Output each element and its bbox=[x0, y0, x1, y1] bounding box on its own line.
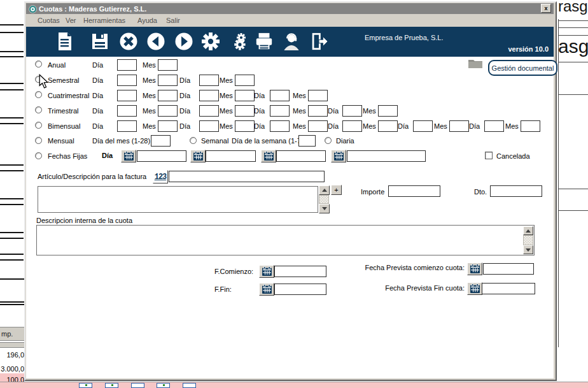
dia-input[interactable] bbox=[199, 75, 219, 86]
mes-input[interactable] bbox=[308, 105, 328, 117]
mes-input[interactable] bbox=[308, 90, 328, 101]
fecha-prevista-comienzo-calendar-button[interactable] bbox=[467, 262, 482, 275]
mes-input[interactable] bbox=[235, 75, 255, 86]
mes-input[interactable] bbox=[235, 105, 255, 117]
dia-input[interactable] bbox=[199, 105, 219, 117]
new-document-icon[interactable] bbox=[55, 31, 75, 52]
fecha-prevista-comienzo-input[interactable] bbox=[483, 263, 534, 275]
fecha-fija-input[interactable] bbox=[276, 150, 326, 162]
mes-input[interactable] bbox=[235, 120, 255, 132]
mes-input[interactable] bbox=[158, 90, 178, 101]
background-row-line bbox=[0, 32, 24, 33]
cancelada-checkbox[interactable] bbox=[485, 152, 493, 159]
mes-input[interactable] bbox=[449, 120, 469, 132]
f-comienzo-input[interactable] bbox=[274, 266, 326, 277]
radio-semanal[interactable] bbox=[190, 137, 197, 144]
fecha-fija-input[interactable] bbox=[206, 150, 256, 162]
factura-descripcion-textarea[interactable] bbox=[38, 186, 318, 213]
radio-fechas-fijas[interactable] bbox=[35, 152, 42, 159]
descripcion-interna-textarea[interactable] bbox=[36, 225, 535, 255]
fecha-prevista-fin-input[interactable] bbox=[482, 283, 535, 294]
dia-input[interactable] bbox=[270, 105, 290, 117]
dia-input[interactable] bbox=[117, 75, 137, 86]
gestion-documental-button[interactable]: Gestión documental bbox=[488, 60, 557, 76]
dia-input[interactable] bbox=[199, 120, 219, 132]
folder-icon[interactable] bbox=[468, 58, 483, 71]
fecha-prevista-fin-calendar-button[interactable] bbox=[467, 282, 482, 295]
save-icon[interactable] bbox=[90, 31, 110, 52]
importe-input[interactable] bbox=[388, 185, 440, 197]
f-fin-input[interactable] bbox=[274, 284, 326, 295]
dia-del-mes-input[interactable] bbox=[151, 135, 171, 147]
print-icon[interactable] bbox=[254, 31, 274, 52]
mes-input[interactable] bbox=[158, 120, 178, 132]
dia-input[interactable] bbox=[117, 90, 137, 101]
fecha-fija-calendar-button[interactable] bbox=[261, 150, 276, 162]
dia-input[interactable] bbox=[342, 120, 362, 132]
scroll-down-button[interactable] bbox=[523, 245, 533, 254]
mes-input[interactable] bbox=[378, 120, 398, 132]
dia-input[interactable] bbox=[342, 105, 362, 117]
menu-item-ayuda[interactable]: Ayuda bbox=[137, 17, 157, 24]
fecha-fija-calendar-button[interactable] bbox=[331, 150, 346, 162]
mes-input[interactable] bbox=[521, 120, 540, 132]
fecha-fija-input[interactable] bbox=[137, 150, 186, 162]
dia-input[interactable] bbox=[484, 120, 504, 132]
dia-semana-input[interactable] bbox=[298, 135, 316, 147]
dia-input[interactable] bbox=[117, 59, 137, 71]
exit-icon[interactable] bbox=[309, 31, 329, 52]
dto-input[interactable] bbox=[490, 185, 542, 197]
fecha-fija-input[interactable] bbox=[347, 150, 426, 162]
mes-input[interactable] bbox=[308, 120, 328, 132]
grid-checkbox[interactable] bbox=[105, 383, 118, 388]
radio-cuatrimestral[interactable] bbox=[35, 91, 42, 98]
process-gears-icon[interactable] bbox=[227, 31, 248, 52]
delete-icon[interactable] bbox=[118, 31, 139, 52]
dia-input[interactable] bbox=[270, 90, 290, 101]
dia-input[interactable] bbox=[270, 120, 290, 132]
grid-checkbox[interactable] bbox=[157, 383, 170, 388]
grid-checkbox[interactable] bbox=[79, 383, 92, 388]
menu-item-ver[interactable]: Ver bbox=[66, 17, 76, 24]
settings-icon[interactable] bbox=[200, 31, 221, 52]
mes-input[interactable] bbox=[235, 90, 255, 101]
dia-input[interactable] bbox=[117, 120, 137, 132]
previous-icon[interactable] bbox=[146, 31, 166, 52]
dia-input[interactable] bbox=[413, 120, 433, 132]
scroll-up-button[interactable] bbox=[523, 226, 533, 235]
f-fin-calendar-button[interactable] bbox=[259, 283, 274, 296]
scroll-down-button[interactable] bbox=[319, 204, 330, 213]
f-comienzo-calendar-button[interactable] bbox=[259, 265, 274, 278]
add-line-button[interactable]: + bbox=[331, 185, 342, 195]
articulo-input[interactable] bbox=[169, 171, 325, 182]
grid-checkbox[interactable] bbox=[131, 383, 144, 388]
scroll-up-button[interactable] bbox=[319, 185, 330, 195]
mes-input[interactable] bbox=[158, 59, 178, 71]
grid-checkbox[interactable] bbox=[183, 383, 196, 388]
radio-anual[interactable] bbox=[35, 61, 42, 68]
numeric-123-button[interactable]: 123 bbox=[153, 170, 168, 183]
mes-input[interactable] bbox=[158, 105, 178, 117]
scrollbar-track[interactable] bbox=[319, 195, 329, 204]
support-icon[interactable] bbox=[281, 31, 302, 52]
dia-label: Día bbox=[92, 107, 103, 115]
menu-item-cuotas[interactable]: Cuotas bbox=[38, 17, 60, 24]
mes-input[interactable] bbox=[158, 75, 178, 86]
background-band bbox=[0, 342, 24, 348]
close-button[interactable]: x bbox=[541, 4, 551, 13]
fecha-fija-calendar-button[interactable] bbox=[121, 150, 136, 162]
menu-item-salir[interactable]: Salir bbox=[166, 17, 180, 24]
scrollbar-track[interactable] bbox=[523, 235, 533, 245]
menu-item-herramientas[interactable]: Herramientas bbox=[83, 17, 125, 24]
fecha-fija-calendar-button[interactable] bbox=[190, 150, 206, 162]
radio-bimensual[interactable] bbox=[35, 122, 42, 129]
dia-input[interactable] bbox=[117, 105, 137, 117]
next-icon[interactable] bbox=[174, 31, 194, 52]
descripcion-interna-label: Descripcion interna de la cuota bbox=[36, 217, 132, 225]
title-bar[interactable]: Cuotas : Maderas Gutierrez, S.L. x bbox=[26, 3, 554, 14]
mes-input[interactable] bbox=[378, 105, 398, 117]
radio-diaria[interactable] bbox=[325, 137, 332, 144]
dia-input[interactable] bbox=[199, 90, 219, 101]
radio-mensual[interactable] bbox=[35, 137, 42, 144]
radio-trimestral[interactable] bbox=[35, 106, 42, 113]
